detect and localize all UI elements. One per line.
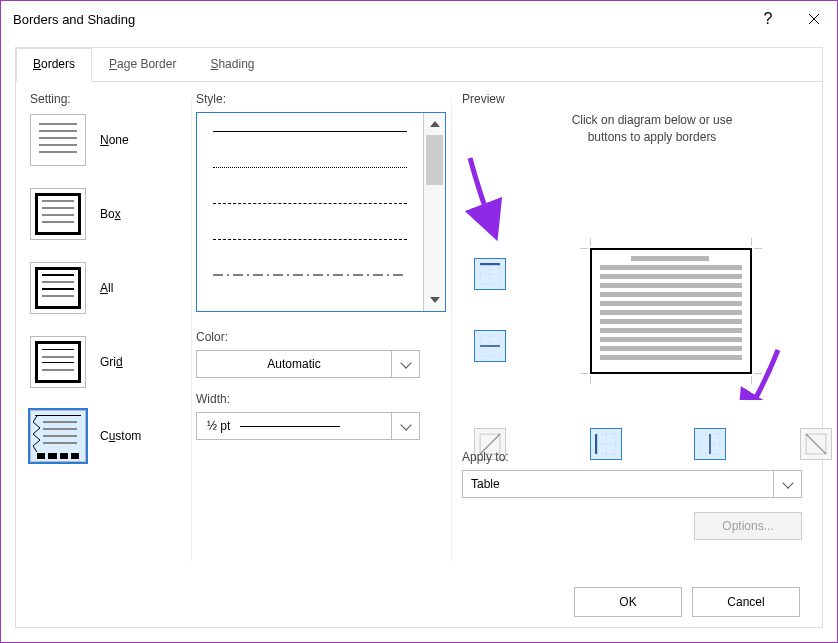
color-value: Automatic: [197, 357, 391, 371]
width-dropdown-button[interactable]: [391, 413, 419, 439]
applyto-label: Apply to:: [462, 450, 802, 464]
scroll-up-icon[interactable]: [424, 113, 445, 135]
preview-area: [462, 150, 812, 400]
style-column: Style:: [196, 92, 446, 440]
setting-none-icon[interactable]: [30, 114, 86, 166]
setting-custom-label: Custom: [100, 429, 141, 443]
border-top-button[interactable]: [474, 258, 506, 290]
close-button[interactable]: [791, 1, 837, 37]
style-scrollbar[interactable]: [423, 113, 445, 311]
setting-none-label: None: [100, 133, 129, 147]
chevron-down-icon: [400, 357, 411, 368]
scroll-down-icon[interactable]: [424, 289, 445, 311]
setting-custom-icon[interactable]: [30, 410, 86, 462]
dialog-buttons: OK Cancel: [574, 587, 800, 617]
dialog-title: Borders and Shading: [13, 12, 135, 27]
applyto-value: Table: [463, 477, 773, 491]
setting-box-label: Box: [100, 207, 121, 221]
options-button: Options...: [694, 512, 802, 540]
color-label: Color:: [196, 330, 446, 344]
style-dashdot[interactable]: [197, 257, 423, 293]
preview-diagram-wrap: [580, 238, 762, 384]
preview-label: Preview: [462, 92, 812, 106]
dialog-window: Borders and Shading ? Borders Page Borde…: [0, 0, 838, 643]
content-panel: Borders Page Border Shading Setting: Non…: [15, 47, 823, 628]
svg-line-18: [806, 434, 826, 454]
preview-message: Click on diagram below or usebuttons to …: [532, 112, 772, 146]
applyto-group: Apply to: Table: [462, 450, 802, 498]
width-sample-line: [240, 426, 340, 427]
tab-strip: Borders Page Border Shading: [16, 48, 822, 82]
setting-grid-icon[interactable]: [30, 336, 86, 388]
style-label: Style:: [196, 92, 446, 106]
setting-all-icon[interactable]: [30, 262, 86, 314]
chevron-down-icon: [782, 477, 793, 488]
tab-page-border[interactable]: Page Border: [92, 48, 193, 81]
setting-column: Setting: None: [30, 92, 180, 484]
style-dotted[interactable]: [197, 149, 423, 185]
cancel-button[interactable]: Cancel: [692, 587, 800, 617]
color-dropdown-button[interactable]: [391, 351, 419, 377]
style-dashed-fine[interactable]: [197, 185, 423, 221]
color-dropdown[interactable]: Automatic: [196, 350, 420, 378]
tab-borders[interactable]: Borders: [16, 48, 92, 82]
width-label: Width:: [196, 392, 446, 406]
width-value: ½ pt: [207, 419, 230, 433]
help-button[interactable]: ?: [745, 1, 791, 37]
titlebar: Borders and Shading ?: [1, 1, 837, 37]
width-dropdown[interactable]: ½ pt: [196, 412, 420, 440]
border-inside-h-button[interactable]: [474, 330, 506, 362]
style-dashed[interactable]: [197, 221, 423, 257]
ok-button[interactable]: OK: [574, 587, 682, 617]
tab-shading[interactable]: Shading: [193, 48, 271, 81]
setting-box-icon[interactable]: [30, 188, 86, 240]
style-listbox[interactable]: [196, 112, 446, 312]
applyto-dropdown[interactable]: Table: [462, 470, 802, 498]
style-solid[interactable]: [197, 113, 423, 149]
setting-label: Setting:: [30, 92, 180, 106]
window-buttons: ?: [745, 1, 837, 37]
applyto-dropdown-button[interactable]: [773, 471, 801, 497]
scroll-thumb[interactable]: [426, 135, 443, 185]
setting-all-label: All: [100, 281, 113, 295]
preview-diagram[interactable]: [590, 248, 752, 374]
chevron-down-icon: [400, 419, 411, 430]
setting-grid-label: Grid: [100, 355, 123, 369]
border-diag-down-button[interactable]: [800, 428, 832, 460]
